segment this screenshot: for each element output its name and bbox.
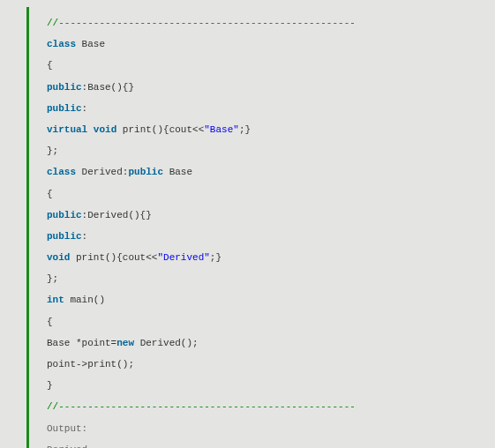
code-text: Derived(); [134,338,199,348]
code-text: main() [64,295,105,305]
code-text: Base *point= [47,338,116,348]
keyword-void: void [47,252,70,263]
code-line: { [47,183,477,205]
brace-close: } [47,380,53,391]
keyword-new: new [116,338,134,348]
keyword-int: int [47,295,64,305]
code-line: public:Derived(){} [47,205,477,226]
keyword-public: public [47,231,82,242]
identifier: Base [163,167,192,177]
identifier: Base [76,39,105,49]
keyword-virtual: virtual [47,124,87,135]
code-line: virtual void print(){cout<<"Base";} [47,119,477,140]
keyword-public: public [47,210,82,220]
brace-open: { [47,189,53,199]
code-line: void print(){cout<<"Derived";} [47,247,477,268]
output-value: Derived [47,439,477,448]
keyword-void: void [94,124,116,135]
code-text: ;} [239,124,251,135]
code-line: }; [47,140,477,161]
code-text: Derived: [76,167,128,177]
brace-open: { [47,60,53,71]
code-line: }; [47,268,477,289]
keyword-class: class [47,167,76,177]
code-line: //--------------------------------------… [47,396,477,417]
code-text: point->print(); [47,359,134,370]
code-line: public:Base(){} [47,77,477,98]
code-line: class Derived:public Base [47,161,477,183]
code-line: { [47,311,477,332]
code-line: class Base [47,34,477,55]
code-line: point->print(); [47,354,477,375]
brace-open: { [47,317,53,327]
string-literal: "Base" [204,124,239,135]
code-line: { [47,55,477,76]
space [87,124,94,135]
code-line: int main() [47,289,477,310]
keyword-public: public [47,82,82,93]
code-line: public: [47,98,477,119]
code-text: print(){cout<< [116,124,204,135]
code-text: :Derived(){} [82,210,152,220]
code-block: //--------------------------------------… [26,7,477,448]
brace-close: }; [47,273,58,284]
comment-separator: //--------------------------------------… [47,401,356,412]
comment-separator: //--------------------------------------… [47,18,356,28]
string-literal: "Derived" [157,252,209,263]
code-text: : [82,103,88,114]
code-text: ;} [210,252,221,263]
code-line: //--------------------------------------… [47,12,477,34]
keyword-public: public [128,167,163,177]
code-line: Base *point=new Derived(); [47,332,477,354]
brace-close: }; [47,146,58,156]
code-text: :Base(){} [82,82,134,93]
keyword-public: public [47,103,82,114]
keyword-class: class [47,39,76,49]
code-text: : [82,231,88,242]
output-label: Output: [47,418,477,439]
code-line: public: [47,226,477,247]
code-line: } [47,375,477,396]
code-text: print(){cout<< [70,252,157,263]
